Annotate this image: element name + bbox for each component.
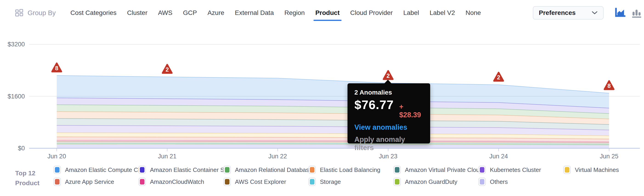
x-axis-label: Jun 24 <box>489 153 508 160</box>
anomaly-count: 2 <box>386 72 390 79</box>
tab-cluster[interactable]: Cluster <box>127 9 148 16</box>
anomaly-count: 2 <box>497 74 500 81</box>
legend-swatch <box>138 178 146 186</box>
legend-item-virtual-machines[interactable]: Virtual Machines <box>564 166 644 174</box>
tooltip-title: 2 Anomalies <box>354 89 423 96</box>
y-axis-label: $0 <box>18 145 25 152</box>
view-anomalies-link[interactable]: View anomalies <box>354 123 423 132</box>
legend-swatch <box>478 178 486 186</box>
group-by-grid-icon <box>15 8 24 17</box>
tab-azure[interactable]: Azure <box>208 9 224 16</box>
group-by: Group By <box>15 8 56 17</box>
legend-label: Amazon Virtual Private Cloud <box>405 166 483 174</box>
legend-swatch <box>308 166 316 174</box>
legend-item-amazoncloudwatch[interactable]: AmazonCloudWatch <box>138 178 224 186</box>
anomaly-marker-jun-20[interactable]: 8 <box>52 63 61 72</box>
legend-swatch <box>564 166 571 174</box>
anomaly-count: 2 <box>166 66 169 73</box>
x-axis-label: Jun 21 <box>158 153 176 160</box>
tab-label-v2[interactable]: Label V2 <box>430 9 455 16</box>
legend-label: Virtual Machines <box>575 166 619 174</box>
legend-swatch <box>394 166 401 174</box>
legend-swatch <box>54 166 61 174</box>
legend-label: Storage <box>320 178 341 186</box>
bar-chart-icon <box>632 8 642 18</box>
legend-item-azure-app-service[interactable]: Azure App Service <box>54 178 138 186</box>
area-chart-icon <box>614 8 626 18</box>
legend-label: Others <box>490 178 508 186</box>
legend-item-others[interactable]: Others <box>478 178 564 186</box>
legend-swatch <box>478 166 486 174</box>
legend-swatch <box>224 166 231 174</box>
tab-label[interactable]: Label <box>403 9 419 16</box>
chevron-down-icon <box>592 11 598 15</box>
preferences-dropdown[interactable]: Preferences <box>533 6 604 19</box>
legend-label: Amazon Elastic Container S... <box>150 166 229 174</box>
x-axis-label: Jun 22 <box>268 153 287 160</box>
tooltip-delta: + $28.39 <box>399 103 423 119</box>
x-axis-label: Jun 20 <box>47 153 66 160</box>
legend-title: Top 12 Product <box>15 168 52 188</box>
apply-anomaly-filters-link[interactable]: Apply anomaly filters <box>354 135 423 152</box>
y-axis-label: $3200 <box>8 41 25 48</box>
legend-swatch <box>394 178 401 186</box>
legend-item-amazon-elastic-container-s[interactable]: Amazon Elastic Container S... <box>138 166 224 174</box>
legend-swatch <box>138 166 146 174</box>
anomaly-count: 8 <box>55 65 58 71</box>
bar-chart-toggle[interactable] <box>632 8 642 18</box>
legend-label: AmazonCloudWatch <box>150 178 204 186</box>
group-by-bar: Group By Cost CategoriesClusterAWSGCPAzu… <box>0 0 644 26</box>
legend-item-amazon-virtual-private-cloud[interactable]: Amazon Virtual Private Cloud <box>394 166 478 174</box>
anomaly-count: 8 <box>608 83 611 89</box>
tab-region[interactable]: Region <box>284 9 305 16</box>
legend-swatch <box>308 178 316 186</box>
tooltip-value: $76.77 <box>354 98 394 112</box>
group-by-tabs: Cost CategoriesClusterAWSGCPAzureExterna… <box>70 9 481 16</box>
legend-label: Amazon Elastic Compute Cl... <box>65 166 144 174</box>
legend-label: Elastic Load Balancing <box>320 166 380 174</box>
y-axis-label: $1600 <box>8 93 25 100</box>
legend-item-storage[interactable]: Storage <box>308 178 394 186</box>
legend-item-elastic-load-balancing[interactable]: Elastic Load Balancing <box>308 166 394 174</box>
tab-gcp[interactable]: GCP <box>183 9 197 16</box>
legend-label: AWS Cost Explorer <box>235 178 286 186</box>
legend-item-kubernetes-cluster[interactable]: Kubernetes Cluster <box>478 166 564 174</box>
legend-item-aws-cost-explorer[interactable]: AWS Cost Explorer <box>224 178 308 186</box>
tab-cloud-provider[interactable]: Cloud Provider <box>350 9 393 16</box>
tooltip-value-row: $76.77 + $28.39 <box>354 98 423 119</box>
cost-dashboard: Group By Cost CategoriesClusterAWSGCPAzu… <box>0 0 644 196</box>
chart-type-switcher <box>614 8 642 18</box>
tooltip-arrow <box>384 80 392 84</box>
legend-label: Amazon GuardDuty <box>405 178 457 186</box>
area-chart-toggle[interactable] <box>614 8 626 18</box>
legend-swatch <box>224 178 231 186</box>
preferences-label: Preferences <box>539 9 576 16</box>
legend-label: Azure App Service <box>65 178 114 186</box>
legend-swatch <box>54 178 61 186</box>
x-axis-label: Jun 25 <box>600 153 618 160</box>
legend-label: Kubernetes Cluster <box>490 166 541 174</box>
legend-item-amazon-relational-databas[interactable]: Amazon Relational Databas... <box>224 166 308 174</box>
anomaly-marker-jun-21[interactable]: 2 <box>162 65 172 73</box>
anomaly-marker-jun-23[interactable]: 2 <box>384 71 393 79</box>
legend-label: Amazon Relational Databas... <box>235 166 314 174</box>
legend-item-amazon-guardduty[interactable]: Amazon GuardDuty <box>394 178 478 186</box>
tab-product[interactable]: Product <box>315 9 340 16</box>
anomaly-marker-jun-25[interactable]: 8 <box>604 81 614 89</box>
group-by-label: Group By <box>28 9 56 17</box>
tab-cost-categories[interactable]: Cost Categories <box>70 9 117 16</box>
legend-item-amazon-elastic-compute-cl[interactable]: Amazon Elastic Compute Cl... <box>54 166 138 174</box>
tab-external-data[interactable]: External Data <box>235 9 274 16</box>
tab-none[interactable]: None <box>466 9 481 16</box>
x-axis-label: Jun 23 <box>379 153 397 160</box>
tab-aws[interactable]: AWS <box>158 9 172 16</box>
chart-legend: Amazon Elastic Compute Cl...Amazon Elast… <box>54 164 644 188</box>
anomaly-marker-jun-24[interactable]: 2 <box>494 72 503 81</box>
anomaly-tooltip: 2 Anomalies $76.77 + $28.39 View anomali… <box>348 83 430 144</box>
